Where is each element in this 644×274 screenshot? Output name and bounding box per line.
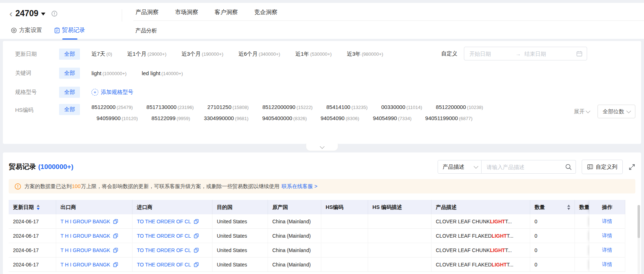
hs-code-option[interactable]: 9405400000(8326) bbox=[262, 115, 307, 121]
customize-columns-button[interactable]: 自定义列 bbox=[582, 160, 623, 174]
exporter-link[interactable]: T H I GROUP BANGK bbox=[61, 262, 110, 268]
filter-all-chip[interactable]: 全部 bbox=[59, 87, 80, 98]
filter-option-custom[interactable]: 自定义 bbox=[441, 50, 457, 57]
hs-code-option[interactable]: 00330000(11014) bbox=[381, 104, 422, 110]
copy-icon[interactable] bbox=[113, 233, 118, 238]
table-row: 2024-06-17 T H I GROUP BANGK TO THE ORDE… bbox=[9, 214, 625, 229]
hs-code-option[interactable]: 94059900(10120) bbox=[97, 115, 138, 121]
filter-option-3y[interactable]: 近3年(980000+) bbox=[347, 51, 383, 58]
expand-toggle[interactable]: 展开 bbox=[574, 108, 590, 115]
vertical-scrollbar[interactable] bbox=[638, 205, 640, 274]
filter-option-1m[interactable]: 近1个月(29000+) bbox=[127, 51, 166, 58]
copy-icon[interactable] bbox=[194, 262, 199, 267]
title-dropdown-caret-icon[interactable] bbox=[41, 13, 45, 15]
add-spec-button[interactable]: + 添加规格型号 bbox=[91, 89, 133, 96]
copy-icon[interactable] bbox=[113, 219, 118, 224]
filter-all-chip[interactable]: 全部 bbox=[59, 68, 80, 79]
date-range-picker[interactable]: → bbox=[464, 47, 587, 60]
importer-link[interactable]: TO THE ORDER OF CL bbox=[137, 219, 191, 224]
cell-hs-desc bbox=[368, 257, 431, 272]
filter-option-6m[interactable]: 近6个月(340000+) bbox=[238, 51, 280, 58]
hs-code-option[interactable]: 85122000(25479) bbox=[91, 104, 133, 110]
tab-customer-insight[interactable]: 客户洞察 bbox=[215, 9, 238, 16]
cell-hs-code bbox=[321, 214, 368, 229]
hs-code-option[interactable]: 85122000090(15222) bbox=[262, 104, 313, 110]
hs-code-option[interactable]: 94054990(7334) bbox=[373, 115, 411, 121]
table-row: 2024-06-17 T H I GROUP BANGK TO THE ORDE… bbox=[9, 229, 625, 243]
importer-link[interactable]: TO THE ORDER OF CL bbox=[137, 247, 191, 253]
divider bbox=[122, 9, 122, 22]
hs-code-option[interactable]: 94054090(8306) bbox=[321, 115, 359, 121]
col-update-date[interactable]: 更新日期 bbox=[9, 200, 56, 214]
tab-product-analysis[interactable]: 产品分析 bbox=[135, 27, 157, 34]
copy-icon[interactable] bbox=[113, 262, 118, 267]
contact-support-link[interactable]: 联系在线客服 > bbox=[282, 183, 318, 190]
tab-label: 贸易记录 bbox=[62, 27, 85, 34]
cell-hs-code bbox=[321, 257, 368, 272]
copy-icon[interactable] bbox=[194, 233, 199, 238]
detail-link[interactable]: 详情 bbox=[602, 247, 612, 254]
end-date-input[interactable] bbox=[524, 50, 568, 57]
sort-icon[interactable] bbox=[567, 205, 570, 210]
exporter-link[interactable]: T H I GROUP BANGK bbox=[61, 233, 110, 239]
hs-code-option[interactable]: 27101250(15808) bbox=[207, 104, 249, 110]
calendar-icon[interactable] bbox=[576, 51, 582, 57]
exporter-link[interactable]: T H I GROUP BANGK bbox=[61, 219, 110, 224]
digits-select[interactable]: 全部位数 bbox=[598, 105, 635, 118]
sort-icon[interactable] bbox=[37, 205, 40, 210]
importer-link[interactable]: TO THE ORDER OF CL bbox=[137, 233, 191, 239]
start-date-input[interactable] bbox=[469, 50, 513, 57]
importer-link[interactable]: TO THE ORDER OF CL bbox=[137, 262, 191, 268]
col-product-desc: 产品描述 bbox=[431, 200, 530, 214]
tab-trade-records[interactable]: 贸易记录 bbox=[54, 27, 85, 34]
exporter-link[interactable]: T H I GROUP BANGK bbox=[61, 247, 110, 253]
cell-hs-code bbox=[321, 243, 368, 257]
hs-code-option[interactable]: 8512200000(10238) bbox=[436, 104, 483, 110]
warning-icon bbox=[14, 183, 21, 190]
copy-icon[interactable] bbox=[113, 248, 118, 253]
search-icon[interactable] bbox=[565, 164, 572, 170]
search-input[interactable] bbox=[486, 164, 565, 170]
filter-option-3m[interactable]: 近3个月(190000+) bbox=[182, 51, 223, 58]
hs-code-option[interactable]: 85414100(13235) bbox=[326, 104, 368, 110]
notice-highlight: 100 bbox=[72, 183, 81, 189]
copy-icon[interactable] bbox=[194, 248, 199, 253]
filter-all-chip[interactable]: 全部 bbox=[59, 49, 80, 60]
col-quantity[interactable]: 数量 bbox=[530, 200, 575, 214]
detail-link[interactable]: 详情 bbox=[602, 261, 612, 268]
tab-plan-settings[interactable]: 方案设置 bbox=[11, 27, 42, 34]
hs-code-option[interactable]: 85122099(9959) bbox=[152, 115, 190, 121]
col-hs-desc: HS 编码描述 bbox=[368, 200, 431, 214]
filter-option-keyword[interactable]: light(1000000+) bbox=[91, 70, 126, 76]
range-arrow-icon: → bbox=[515, 51, 521, 57]
search-field-select[interactable]: 产品描述 bbox=[438, 160, 482, 174]
hs-code-option[interactable]: 8517130000(23196) bbox=[147, 104, 194, 110]
filter-option-1y[interactable]: 近1年(530000+) bbox=[295, 51, 332, 58]
filter-option-7d[interactable]: 近7天(0) bbox=[91, 51, 112, 58]
back-icon[interactable]: ‹ bbox=[9, 9, 13, 18]
tab-market-insight[interactable]: 市场洞察 bbox=[175, 9, 198, 16]
detail-link[interactable]: 详情 bbox=[602, 233, 612, 239]
collapse-filters-tab[interactable] bbox=[306, 143, 338, 151]
col-origin: 原产国 bbox=[268, 200, 321, 214]
filter-all-chip[interactable]: 全部 bbox=[59, 104, 80, 115]
tab-competitor-insight[interactable]: 竞企洞察 bbox=[254, 9, 277, 16]
cell-destination: United States bbox=[213, 243, 268, 257]
filter-option-keyword[interactable]: led light(140000+) bbox=[142, 70, 183, 76]
cell-importer: TO THE ORDER OF CL bbox=[133, 214, 213, 229]
info-icon[interactable] bbox=[51, 10, 58, 17]
gear-target-icon bbox=[11, 27, 17, 33]
hs-code-option[interactable]: 94051199000(6877) bbox=[425, 115, 473, 121]
col-exporter: 出口商 bbox=[56, 200, 133, 214]
detail-link[interactable]: 详情 bbox=[602, 218, 612, 225]
hs-code-option[interactable]: 3304990000(9681) bbox=[204, 115, 249, 121]
fullscreen-icon[interactable] bbox=[629, 164, 635, 170]
cell-truncated bbox=[575, 214, 589, 229]
cell-actions: 详情 bbox=[589, 257, 625, 272]
tab-product-insight[interactable]: 产品洞察 bbox=[135, 9, 158, 16]
copy-icon[interactable] bbox=[194, 219, 199, 224]
cell-destination: United States bbox=[213, 257, 268, 272]
cell-date: 2024-06-17 bbox=[9, 229, 56, 243]
scrollbar-thumb[interactable] bbox=[638, 205, 640, 238]
filter-label: 规格型号 bbox=[15, 89, 59, 96]
